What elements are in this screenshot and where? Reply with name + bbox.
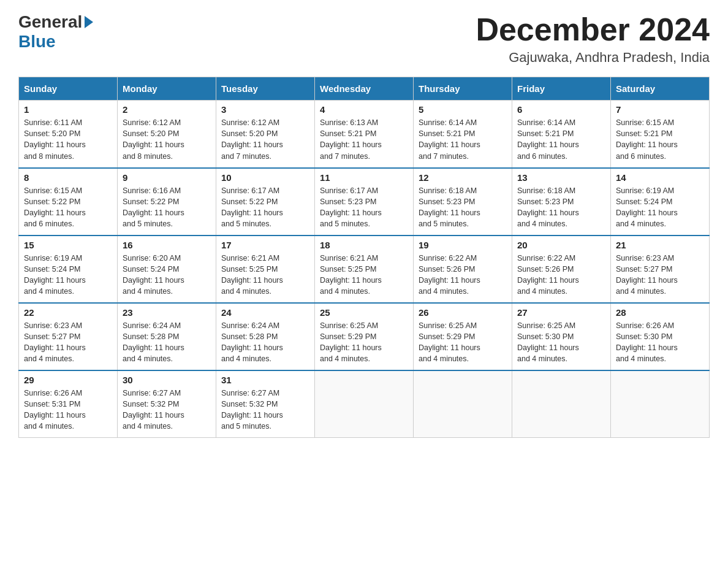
table-row: 11 Sunrise: 6:17 AMSunset: 5:23 PMDaylig… [315, 168, 414, 236]
calendar-header-monday: Monday [118, 77, 216, 101]
day-info: Sunrise: 6:12 AMSunset: 5:20 PMDaylight:… [123, 118, 184, 160]
day-number: 18 [320, 240, 408, 250]
day-info: Sunrise: 6:25 AMSunset: 5:30 PMDaylight:… [517, 321, 579, 363]
day-info: Sunrise: 6:19 AMSunset: 5:24 PMDaylight:… [616, 186, 678, 228]
table-row: 17 Sunrise: 6:21 AMSunset: 5:25 PMDaylig… [216, 236, 315, 303]
table-row [414, 370, 512, 438]
calendar-table: SundayMondayTuesdayWednesdayThursdayFrid… [18, 77, 710, 438]
day-info: Sunrise: 6:15 AMSunset: 5:21 PMDaylight:… [616, 118, 678, 160]
calendar-week-row: 22 Sunrise: 6:23 AMSunset: 5:27 PMDaylig… [19, 303, 710, 370]
day-info: Sunrise: 6:18 AMSunset: 5:23 PMDaylight:… [517, 186, 579, 228]
day-info: Sunrise: 6:21 AMSunset: 5:25 PMDaylight:… [221, 254, 283, 296]
day-info: Sunrise: 6:20 AMSunset: 5:24 PMDaylight:… [123, 254, 184, 296]
calendar-header-sunday: Sunday [19, 77, 118, 101]
logo-general-text: General [18, 12, 82, 32]
day-number: 28 [616, 307, 704, 318]
day-info: Sunrise: 6:24 AMSunset: 5:28 PMDaylight:… [221, 321, 283, 363]
table-row [315, 370, 414, 438]
day-number: 25 [320, 307, 408, 318]
table-row [512, 370, 611, 438]
day-number: 13 [517, 172, 605, 183]
day-number: 27 [517, 307, 605, 318]
day-info: Sunrise: 6:14 AMSunset: 5:21 PMDaylight:… [419, 118, 480, 160]
day-info: Sunrise: 6:13 AMSunset: 5:21 PMDaylight:… [320, 118, 382, 160]
day-number: 19 [419, 240, 507, 250]
calendar-week-row: 1 Sunrise: 6:11 AMSunset: 5:20 PMDayligh… [19, 101, 710, 168]
day-number: 24 [221, 307, 309, 318]
day-info: Sunrise: 6:14 AMSunset: 5:21 PMDaylight:… [517, 118, 579, 160]
day-info: Sunrise: 6:17 AMSunset: 5:23 PMDaylight:… [320, 186, 382, 228]
day-number: 20 [517, 240, 605, 250]
table-row: 10 Sunrise: 6:17 AMSunset: 5:22 PMDaylig… [216, 168, 315, 236]
month-title: December 2024 [476, 12, 710, 47]
table-row [611, 370, 710, 438]
day-info: Sunrise: 6:24 AMSunset: 5:28 PMDaylight:… [123, 321, 184, 363]
table-row: 14 Sunrise: 6:19 AMSunset: 5:24 PMDaylig… [611, 168, 710, 236]
calendar-week-row: 29 Sunrise: 6:26 AMSunset: 5:31 PMDaylig… [19, 370, 710, 438]
day-number: 23 [123, 307, 211, 318]
day-info: Sunrise: 6:19 AMSunset: 5:24 PMDaylight:… [24, 254, 86, 296]
table-row: 9 Sunrise: 6:16 AMSunset: 5:22 PMDayligh… [118, 168, 216, 236]
location-title: Gajuwaka, Andhra Pradesh, India [476, 50, 710, 66]
day-info: Sunrise: 6:26 AMSunset: 5:31 PMDaylight:… [24, 389, 86, 431]
table-row: 4 Sunrise: 6:13 AMSunset: 5:21 PMDayligh… [315, 101, 414, 168]
table-row: 5 Sunrise: 6:14 AMSunset: 5:21 PMDayligh… [414, 101, 512, 168]
calendar-header-friday: Friday [512, 77, 611, 101]
day-number: 9 [123, 172, 211, 183]
day-number: 31 [221, 375, 309, 385]
day-number: 7 [616, 104, 704, 115]
day-info: Sunrise: 6:26 AMSunset: 5:30 PMDaylight:… [616, 321, 678, 363]
table-row: 23 Sunrise: 6:24 AMSunset: 5:28 PMDaylig… [118, 303, 216, 370]
day-number: 30 [123, 375, 211, 385]
table-row: 24 Sunrise: 6:24 AMSunset: 5:28 PMDaylig… [216, 303, 315, 370]
table-row: 21 Sunrise: 6:23 AMSunset: 5:27 PMDaylig… [611, 236, 710, 303]
table-row: 28 Sunrise: 6:26 AMSunset: 5:30 PMDaylig… [611, 303, 710, 370]
day-number: 10 [221, 172, 309, 183]
day-number: 14 [616, 172, 704, 183]
day-info: Sunrise: 6:18 AMSunset: 5:23 PMDaylight:… [419, 186, 480, 228]
table-row: 22 Sunrise: 6:23 AMSunset: 5:27 PMDaylig… [19, 303, 118, 370]
table-row: 15 Sunrise: 6:19 AMSunset: 5:24 PMDaylig… [19, 236, 118, 303]
day-number: 16 [123, 240, 211, 250]
day-info: Sunrise: 6:16 AMSunset: 5:22 PMDaylight:… [123, 186, 184, 228]
logo-arrow-icon [85, 16, 93, 28]
day-number: 21 [616, 240, 704, 250]
day-info: Sunrise: 6:23 AMSunset: 5:27 PMDaylight:… [616, 254, 678, 296]
day-number: 6 [517, 104, 605, 115]
table-row: 3 Sunrise: 6:12 AMSunset: 5:20 PMDayligh… [216, 101, 315, 168]
day-info: Sunrise: 6:23 AMSunset: 5:27 PMDaylight:… [24, 321, 86, 363]
table-row: 13 Sunrise: 6:18 AMSunset: 5:23 PMDaylig… [512, 168, 611, 236]
calendar-week-row: 15 Sunrise: 6:19 AMSunset: 5:24 PMDaylig… [19, 236, 710, 303]
day-info: Sunrise: 6:27 AMSunset: 5:32 PMDaylight:… [123, 389, 184, 431]
table-row: 7 Sunrise: 6:15 AMSunset: 5:21 PMDayligh… [611, 101, 710, 168]
calendar-week-row: 8 Sunrise: 6:15 AMSunset: 5:22 PMDayligh… [19, 168, 710, 236]
day-number: 2 [123, 104, 211, 115]
day-number: 8 [24, 172, 112, 183]
page-header: General Blue December 2024 Gajuwaka, And… [18, 12, 710, 66]
day-number: 15 [24, 240, 112, 250]
day-info: Sunrise: 6:22 AMSunset: 5:26 PMDaylight:… [517, 254, 579, 296]
day-number: 26 [419, 307, 507, 318]
day-info: Sunrise: 6:11 AMSunset: 5:20 PMDaylight:… [24, 118, 86, 160]
table-row: 20 Sunrise: 6:22 AMSunset: 5:26 PMDaylig… [512, 236, 611, 303]
calendar-header-saturday: Saturday [611, 77, 710, 101]
day-number: 4 [320, 104, 408, 115]
day-info: Sunrise: 6:25 AMSunset: 5:29 PMDaylight:… [419, 321, 480, 363]
calendar-header-thursday: Thursday [414, 77, 512, 101]
day-number: 1 [24, 104, 112, 115]
day-info: Sunrise: 6:27 AMSunset: 5:32 PMDaylight:… [221, 389, 283, 431]
table-row: 16 Sunrise: 6:20 AMSunset: 5:24 PMDaylig… [118, 236, 216, 303]
day-info: Sunrise: 6:15 AMSunset: 5:22 PMDaylight:… [24, 186, 86, 228]
table-row: 12 Sunrise: 6:18 AMSunset: 5:23 PMDaylig… [414, 168, 512, 236]
day-info: Sunrise: 6:22 AMSunset: 5:26 PMDaylight:… [419, 254, 480, 296]
table-row: 29 Sunrise: 6:26 AMSunset: 5:31 PMDaylig… [19, 370, 118, 438]
calendar-header-wednesday: Wednesday [315, 77, 414, 101]
table-row: 26 Sunrise: 6:25 AMSunset: 5:29 PMDaylig… [414, 303, 512, 370]
table-row: 27 Sunrise: 6:25 AMSunset: 5:30 PMDaylig… [512, 303, 611, 370]
day-number: 12 [419, 172, 507, 183]
table-row: 30 Sunrise: 6:27 AMSunset: 5:32 PMDaylig… [118, 370, 216, 438]
day-number: 17 [221, 240, 309, 250]
calendar-header-tuesday: Tuesday [216, 77, 315, 101]
day-number: 29 [24, 375, 112, 385]
calendar-header-row: SundayMondayTuesdayWednesdayThursdayFrid… [19, 77, 710, 101]
